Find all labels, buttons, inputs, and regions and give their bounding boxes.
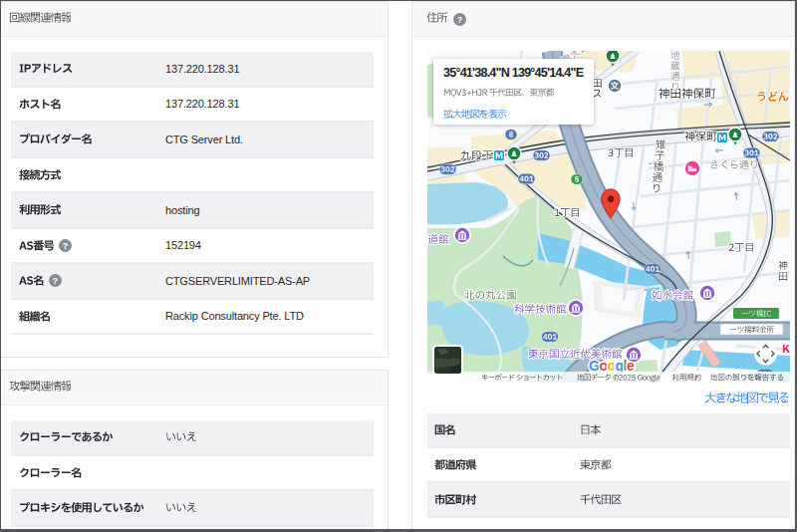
- svg-text:Google: Google: [589, 358, 635, 374]
